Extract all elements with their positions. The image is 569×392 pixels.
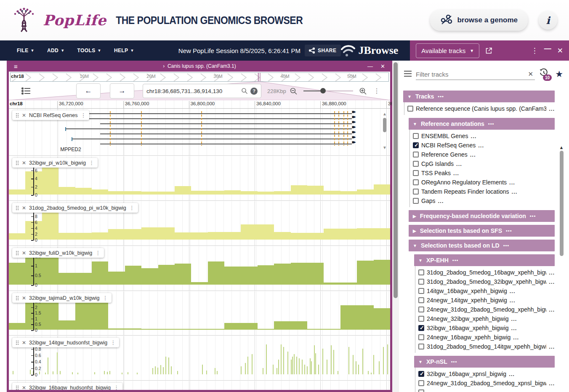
drag-handle-icon[interactable] bbox=[16, 340, 19, 345]
track-item-menu-icon[interactable]: ... bbox=[453, 170, 459, 176]
checkbox-unchecked-icon[interactable] bbox=[418, 344, 424, 349]
track-item[interactable]: Reference sequence (Canis lupus spp. (Ca… bbox=[407, 104, 555, 113]
track-menu-kebab-icon[interactable]: ⋮ bbox=[114, 384, 119, 390]
track-item-menu-icon[interactable]: ... bbox=[549, 269, 555, 276]
category-header-tracks[interactable]: ▼Tracks••• bbox=[403, 91, 555, 102]
open-in-new-icon[interactable] bbox=[485, 47, 492, 54]
view-minimize-icon[interactable]: — bbox=[367, 63, 373, 69]
track-menu-kebab-icon[interactable]: ⋮ bbox=[80, 112, 86, 118]
menu-help[interactable]: HELP▼ bbox=[114, 48, 134, 53]
track-item-menu-icon[interactable]: ... bbox=[511, 316, 517, 322]
checkbox-unchecked-icon[interactable] bbox=[418, 297, 424, 303]
close-track-icon[interactable]: ✕ bbox=[22, 250, 26, 256]
menu-tools[interactable]: TOOLS▼ bbox=[77, 48, 101, 53]
checkbox-unchecked-icon[interactable] bbox=[413, 161, 419, 167]
track-item-menu-icon[interactable]: ... bbox=[549, 307, 555, 313]
track-menu-kebab-icon[interactable]: ⋮ bbox=[110, 339, 116, 346]
track-item-menu-icon[interactable]: ... bbox=[511, 325, 517, 331]
category-header-selection-tests-based-on-ld[interactable]: ▼Selection tests based on LD••• bbox=[409, 240, 555, 251]
track-menu-kebab-icon[interactable]: ⋮ bbox=[95, 250, 101, 256]
browse-a-genome-button[interactable]: browse a genome bbox=[430, 10, 528, 31]
checkbox-unchecked-icon[interactable] bbox=[418, 389, 424, 392]
drag-handle-icon[interactable] bbox=[16, 113, 19, 118]
zoom-in-icon[interactable] bbox=[359, 87, 367, 95]
track-item-menu-icon[interactable]: ... bbox=[470, 152, 476, 158]
panel-close-icon[interactable]: ✕ bbox=[557, 46, 563, 55]
track-item[interactable]: 24negw_31dog_2badog_5medog_xpnsl_bigwig.… bbox=[418, 379, 555, 388]
checkbox-unchecked-icon[interactable] bbox=[418, 316, 424, 322]
close-track-icon[interactable]: ✕ bbox=[22, 385, 26, 390]
track-item[interactable]: 31dog_2badog_5medog_32ibgw_xpehh_bigwig.… bbox=[418, 277, 555, 286]
gene-model-line[interactable] bbox=[100, 123, 352, 124]
close-track-icon[interactable]: ✕ bbox=[22, 112, 26, 118]
checkbox-checked-icon[interactable] bbox=[418, 371, 424, 377]
track-item[interactable]: 14itgw_16bagw_xpehh_bigwig... bbox=[418, 286, 555, 296]
back-button[interactable]: ← bbox=[76, 83, 101, 99]
sidebar-scrollbar-thumb[interactable] bbox=[560, 151, 564, 256]
track-item-menu-icon[interactable]: ... bbox=[429, 389, 435, 392]
track-item[interactable]: ENSEMBL Genes... bbox=[413, 131, 555, 141]
category-header-selection-tests-based-on-sfs[interactable]: ▶Selection tests based on SFS••• bbox=[409, 225, 555, 237]
search-icon[interactable] bbox=[241, 88, 248, 94]
view-close-icon[interactable]: ✕ bbox=[380, 63, 385, 69]
checkbox-unchecked-icon[interactable] bbox=[418, 380, 424, 386]
location-input[interactable] bbox=[146, 88, 239, 94]
track-item[interactable]: 31dog_2badog_5medog_14itgw_xpehh_bigwig.… bbox=[418, 342, 555, 351]
sidebar-scrollbar[interactable]: ▲ bbox=[559, 145, 564, 392]
close-track-icon[interactable]: ✕ bbox=[22, 295, 26, 301]
track-item[interactable]: 24negw_32ibgw_xpehh_bigwig... bbox=[418, 314, 555, 323]
track-item[interactable]: 24negw_31dog_2badog_5medog_xpehh_bigwig.… bbox=[418, 305, 555, 314]
checkbox-unchecked-icon[interactable] bbox=[418, 334, 424, 340]
category-menu-dots-icon[interactable]: ••• bbox=[438, 94, 444, 99]
track-item[interactable]: 24negw_14itgw_xpehh_bigwig... bbox=[418, 296, 555, 305]
track-item-menu-icon[interactable]: ... bbox=[478, 142, 484, 149]
zoom-out-icon[interactable] bbox=[290, 87, 298, 95]
view-kebab-icon[interactable]: ⋮ bbox=[374, 87, 380, 95]
gene-model-line[interactable] bbox=[100, 133, 352, 134]
category-menu-dots-icon[interactable]: ••• bbox=[506, 228, 512, 233]
track-item[interactable]: ORegAnno Regulatory Elements... bbox=[413, 178, 555, 187]
track-item-menu-icon[interactable]: ... bbox=[513, 334, 519, 341]
track-item[interactable]: ... bbox=[418, 388, 555, 392]
checkbox-unchecked-icon[interactable] bbox=[418, 288, 424, 294]
overview-selected-region[interactable] bbox=[258, 73, 261, 81]
checkbox-unchecked-icon[interactable] bbox=[413, 133, 419, 139]
track-item[interactable]: 32ibgw_16bagw_xpnsl_bigwig... bbox=[418, 369, 555, 379]
track-item-menu-icon[interactable]: ... bbox=[512, 189, 518, 195]
close-track-icon[interactable]: ✕ bbox=[22, 205, 26, 211]
search-help-icon[interactable]: ? bbox=[250, 88, 258, 95]
track-item[interactable]: 24negw_16bagw_xpehh_bigwig... bbox=[418, 333, 555, 342]
forward-button[interactable]: → bbox=[110, 83, 134, 99]
close-track-icon[interactable]: ✕ bbox=[22, 340, 26, 346]
category-header-xp-ehh[interactable]: ▼XP-EHH••• bbox=[414, 254, 555, 266]
panel-menu-kebab-icon[interactable]: ⋮ bbox=[531, 46, 538, 55]
checkbox-unchecked-icon[interactable] bbox=[413, 179, 419, 185]
scroll-up-icon[interactable]: ▲ bbox=[383, 112, 387, 116]
checkbox-unchecked-icon[interactable] bbox=[418, 307, 424, 312]
category-header-xp-nsl[interactable]: ▼XP-nSL••• bbox=[414, 356, 555, 368]
checkbox-unchecked-icon[interactable] bbox=[418, 269, 424, 275]
drag-handle-icon[interactable] bbox=[16, 296, 19, 301]
drag-handle-icon[interactable] bbox=[16, 160, 19, 165]
hamburger-menu-icon[interactable] bbox=[404, 71, 412, 77]
checkbox-checked-icon[interactable] bbox=[413, 142, 419, 148]
info-button[interactable]: i bbox=[539, 11, 557, 29]
drag-handle-icon[interactable] bbox=[16, 385, 19, 390]
close-track-icon[interactable]: ✕ bbox=[22, 160, 26, 166]
share-button[interactable]: SHARE bbox=[305, 45, 341, 56]
checkbox-checked-icon[interactable] bbox=[418, 325, 424, 331]
track-mini-scrollbar[interactable]: ▲▼ bbox=[382, 112, 388, 150]
track-item-menu-icon[interactable]: ... bbox=[438, 198, 444, 204]
track-item[interactable]: Tandem Repeats Finder locations... bbox=[413, 187, 555, 196]
category-header-frequency-based-nucleotide-variation[interactable]: ▶Frequency-based nucleotide variation••• bbox=[409, 210, 555, 222]
track-item-menu-icon[interactable]: ... bbox=[510, 297, 516, 304]
track-item-menu-icon[interactable]: ... bbox=[456, 161, 462, 167]
track-item-menu-icon[interactable]: ... bbox=[471, 133, 477, 139]
category-header-reference-annotations[interactable]: ▼Reference annotations••• bbox=[409, 118, 555, 130]
checkbox-unchecked-icon[interactable] bbox=[413, 152, 419, 157]
checkbox-unchecked-icon[interactable] bbox=[413, 170, 419, 176]
category-menu-dots-icon[interactable]: ••• bbox=[452, 258, 459, 263]
gene-model-line[interactable] bbox=[72, 139, 352, 139]
track-menu-kebab-icon[interactable]: ⋮ bbox=[89, 160, 94, 166]
drag-handle-icon[interactable] bbox=[16, 205, 19, 211]
